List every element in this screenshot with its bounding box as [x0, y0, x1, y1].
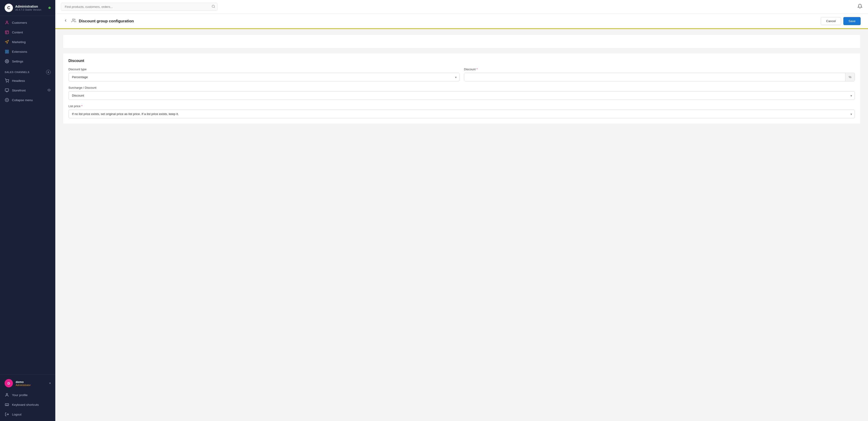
- profile-icon: [5, 393, 9, 397]
- discount-type-row: Discount type Percentage Fixed ▾ Discoun…: [68, 67, 855, 81]
- user-name: demo: [16, 380, 46, 384]
- back-button[interactable]: [63, 18, 69, 25]
- surcharge-discount-group: Surcharge / Discount Discount Surcharge …: [68, 86, 855, 100]
- cancel-button[interactable]: Cancel: [821, 17, 841, 25]
- sidebar-item-label: Keyboard shortcuts: [12, 403, 39, 407]
- sidebar-item-content[interactable]: Content: [0, 27, 55, 37]
- topbar-actions: [858, 4, 863, 10]
- logout-icon: [5, 412, 9, 417]
- content-area: Discount Discount type Percentage Fixed …: [55, 29, 868, 421]
- save-button[interactable]: Save: [843, 17, 861, 25]
- svg-rect-1: [5, 31, 8, 34]
- eye-icon[interactable]: [48, 89, 51, 92]
- sidebar-item-collapse-menu[interactable]: Collapse menu: [0, 95, 55, 105]
- sidebar-item-logout[interactable]: Logout: [0, 410, 55, 419]
- sidebar-item-label: Your profile: [12, 393, 28, 397]
- sidebar-item-customers[interactable]: Customers: [0, 18, 55, 27]
- user-role: Administrator: [16, 384, 46, 386]
- brand-info: Administration v6.4.7.0 Stable Version: [15, 5, 46, 11]
- svg-point-28: [72, 19, 74, 21]
- svg-line-27: [214, 7, 215, 8]
- customers-icon: [5, 20, 9, 25]
- collapse-icon: [5, 98, 9, 102]
- add-sales-channel-button[interactable]: +: [46, 70, 51, 74]
- marketing-icon: [5, 40, 9, 44]
- discount-card: Discount Discount type Percentage Fixed …: [63, 53, 861, 124]
- discount-type-group: Discount type Percentage Fixed ▾: [68, 67, 460, 81]
- sidebar-item-extensions[interactable]: Extensions: [0, 47, 55, 56]
- surcharge-select[interactable]: Discount Surcharge: [68, 91, 855, 100]
- sidebar-item-settings[interactable]: Settings: [0, 56, 55, 66]
- brand-name: Administration: [15, 5, 46, 8]
- sidebar-item-headless[interactable]: Headless: [0, 76, 55, 86]
- discount-type-select-wrapper: Percentage Fixed ▾: [68, 73, 460, 81]
- status-dot: [49, 7, 51, 9]
- storefront-icon: [5, 88, 9, 93]
- required-indicator: *: [476, 67, 478, 71]
- sidebar-item-your-profile[interactable]: Your profile: [0, 390, 55, 400]
- list-price-group: List price * If no list price exists, se…: [68, 104, 855, 118]
- keyboard-icon: [5, 402, 9, 407]
- svg-rect-4: [5, 50, 6, 51]
- sidebar-item-keyboard-shortcuts[interactable]: Keyboard shortcuts: [0, 400, 55, 410]
- sidebar-item-label: Extensions: [12, 50, 27, 54]
- svg-point-10: [8, 82, 8, 83]
- search-input[interactable]: [61, 3, 218, 11]
- users-icon: [71, 18, 76, 24]
- sales-channels-section: Sales Channels +: [0, 66, 55, 76]
- discount-input[interactable]: 25: [464, 73, 845, 81]
- discount-value-group: Discount * 25 %: [464, 67, 855, 81]
- sidebar-item-storefront[interactable]: Storefront: [0, 86, 55, 95]
- sidebar-item-label: Content: [12, 31, 23, 34]
- brand-logo: C: [5, 4, 13, 12]
- topbar: [55, 0, 868, 14]
- chevron-down-icon: ▾: [49, 382, 51, 385]
- list-price-label: List price *: [68, 104, 855, 108]
- content-icon: [5, 30, 9, 35]
- headless-icon: [5, 78, 9, 83]
- sidebar-item-label: Logout: [12, 413, 22, 416]
- sidebar-item-marketing[interactable]: Marketing: [0, 37, 55, 47]
- required-indicator: *: [81, 104, 83, 108]
- notifications-button[interactable]: [858, 4, 863, 10]
- discount-suffix: %: [845, 73, 855, 81]
- user-section[interactable]: D demo Administrator ▾: [0, 376, 55, 390]
- surcharge-select-wrapper: Discount Surcharge ▾: [68, 91, 855, 100]
- user-info: demo Administrator: [16, 380, 46, 386]
- sidebar-item-label: Customers: [12, 21, 27, 24]
- page-title: Discount group configuration: [79, 19, 134, 24]
- main-nav: Customers Content Marketing Extensions S…: [0, 16, 55, 374]
- sidebar: C Administration v6.4.7.0 Stable Version…: [0, 0, 55, 421]
- top-section-card: [63, 35, 861, 49]
- main-content: Discount group configuration Cancel Save…: [55, 0, 868, 421]
- list-price-select-wrapper: If no list price exists, set original pr…: [68, 110, 855, 118]
- svg-rect-7: [5, 52, 6, 53]
- svg-rect-6: [7, 52, 8, 53]
- svg-point-9: [6, 82, 7, 83]
- page-header-actions: Cancel Save: [821, 17, 861, 25]
- extensions-icon: [5, 49, 9, 54]
- sidebar-item-label: Collapse menu: [12, 98, 33, 102]
- sidebar-item-label: Storefront: [12, 89, 26, 92]
- svg-point-8: [6, 61, 8, 62]
- svg-rect-11: [5, 89, 9, 91]
- sidebar-item-label: Marketing: [12, 40, 26, 44]
- discount-section-title: Discount: [68, 59, 855, 63]
- list-price-select[interactable]: If no list price exists, set original pr…: [68, 110, 855, 118]
- svg-rect-5: [7, 50, 8, 51]
- discount-input-wrapper: 25 %: [464, 73, 855, 81]
- discount-label: Discount *: [464, 67, 855, 71]
- page-header-left: Discount group configuration: [63, 18, 134, 25]
- svg-point-14: [49, 90, 50, 91]
- svg-point-18: [6, 393, 8, 395]
- sidebar-item-label: Settings: [12, 60, 23, 63]
- svg-rect-19: [5, 404, 9, 406]
- page-header: Discount group configuration Cancel Save: [55, 14, 868, 29]
- avatar: D: [5, 379, 13, 387]
- discount-type-select[interactable]: Percentage Fixed: [68, 73, 460, 81]
- sidebar-item-label: Headless: [12, 79, 25, 83]
- search-button[interactable]: [212, 5, 215, 9]
- svg-point-26: [212, 5, 215, 8]
- sidebar-header: C Administration v6.4.7.0 Stable Version: [0, 0, 55, 16]
- svg-point-0: [6, 21, 8, 22]
